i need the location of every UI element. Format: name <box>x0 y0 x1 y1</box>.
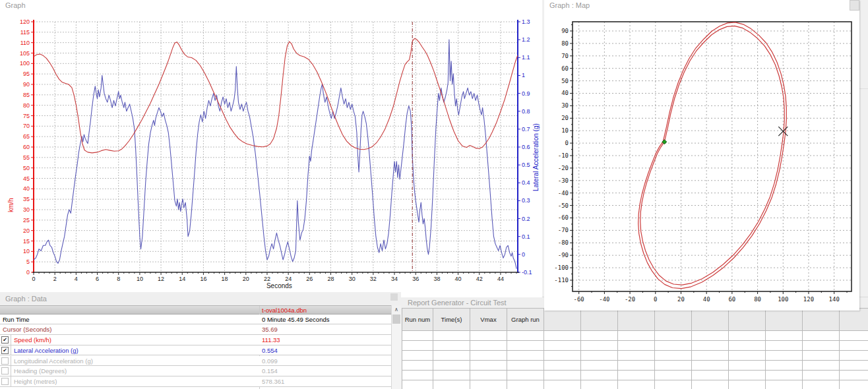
report-cell[interactable] <box>402 380 433 389</box>
report-cell[interactable] <box>618 380 655 389</box>
report-cell[interactable] <box>402 341 433 351</box>
channel-checkbox-checked[interactable]: ✔ <box>1 347 9 354</box>
report-cell[interactable] <box>544 361 581 371</box>
report-cell[interactable] <box>470 361 507 371</box>
report-cell[interactable] <box>692 380 729 389</box>
report-cell[interactable] <box>618 331 655 341</box>
report-cell[interactable] <box>581 331 618 341</box>
report-cell[interactable] <box>581 351 618 361</box>
report-cell[interactable] <box>581 371 618 380</box>
report-cell[interactable] <box>402 351 433 361</box>
report-cell[interactable] <box>766 331 803 341</box>
channel-row[interactable]: Cursor (Seconds)35.69 <box>0 324 391 335</box>
report-cell[interactable] <box>507 341 544 351</box>
svg-text:80: 80 <box>754 296 761 303</box>
report-cell[interactable] <box>402 361 433 371</box>
report-cell[interactable] <box>803 351 840 361</box>
data-table-scrollbar[interactable]: ∧ <box>391 305 401 389</box>
report-cell[interactable] <box>655 351 692 361</box>
report-cell[interactable] <box>729 341 766 351</box>
report-cell[interactable] <box>803 331 840 341</box>
report-cell[interactable] <box>803 380 840 389</box>
report-cell[interactable] <box>544 351 581 361</box>
report-cell[interactable] <box>470 341 507 351</box>
report-cell[interactable] <box>433 341 470 351</box>
report-cell[interactable] <box>507 351 544 361</box>
report-cell[interactable] <box>766 371 803 380</box>
report-cell[interactable] <box>655 331 692 341</box>
channel-checkbox-unchecked[interactable] <box>1 378 9 385</box>
report-cell[interactable] <box>729 380 766 389</box>
report-cell[interactable] <box>729 351 766 361</box>
report-cell[interactable] <box>655 380 692 389</box>
channel-row[interactable]: ✔Speed (km/h)111.33 <box>0 335 391 345</box>
report-cell[interactable] <box>618 351 655 361</box>
channel-checkbox-checked[interactable]: ✔ <box>1 336 9 344</box>
channel-checkbox-unchecked[interactable] <box>1 367 9 374</box>
report-cell[interactable] <box>766 351 803 361</box>
report-cell[interactable] <box>470 380 507 389</box>
report-cell[interactable] <box>581 380 618 389</box>
report-cell[interactable] <box>766 380 803 389</box>
top-right-corner-box[interactable] <box>850 0 859 11</box>
channel-checkbox-unchecked[interactable] <box>1 357 9 365</box>
report-cell[interactable] <box>803 371 840 380</box>
scrollbar-thumb[interactable] <box>392 314 400 324</box>
report-cell[interactable] <box>581 341 618 351</box>
track-map-chart[interactable]: -60-40-200204060801001201409080706050403… <box>544 0 859 311</box>
report-cell[interactable] <box>618 371 655 380</box>
scroll-up-icon[interactable]: ∧ <box>392 305 401 314</box>
report-cell[interactable] <box>766 361 803 371</box>
report-cell[interactable] <box>402 331 433 341</box>
report-cell[interactable] <box>692 371 729 380</box>
report-cell[interactable] <box>729 361 766 371</box>
channel-row[interactable]: Run Time0 Minute 45.49 Seconds <box>0 314 391 325</box>
report-cell[interactable] <box>840 361 868 371</box>
report-cell[interactable] <box>470 351 507 361</box>
report-cell[interactable] <box>729 331 766 341</box>
report-cell[interactable] <box>692 361 729 371</box>
svg-text:0.8: 0.8 <box>522 108 530 115</box>
report-cell[interactable] <box>433 331 470 341</box>
report-cell[interactable] <box>433 380 470 389</box>
report-cell[interactable] <box>544 331 581 341</box>
report-cell[interactable] <box>692 331 729 341</box>
report-cell[interactable] <box>655 361 692 371</box>
report-cell[interactable] <box>507 331 544 341</box>
channel-row[interactable]: ✔Lateral Acceleration (g)0.554 <box>0 345 391 356</box>
report-cell[interactable] <box>507 361 544 371</box>
report-cell[interactable] <box>803 361 840 371</box>
report-cell[interactable] <box>655 341 692 351</box>
report-cell[interactable] <box>840 341 868 351</box>
report-cell[interactable] <box>692 341 729 351</box>
report-cell[interactable] <box>766 341 803 351</box>
channel-row[interactable]: Longitudinal Acceleration (g)0.099 <box>0 356 391 367</box>
report-cell[interactable] <box>507 380 544 389</box>
channel-row[interactable]: Heading (Degrees)0.154 <box>0 366 391 376</box>
report-cell[interactable] <box>581 361 618 371</box>
report-cell[interactable] <box>803 341 840 351</box>
report-cell[interactable] <box>840 371 868 380</box>
report-cell[interactable] <box>470 331 507 341</box>
report-cell[interactable] <box>507 371 544 380</box>
report-cell[interactable] <box>402 371 433 380</box>
report-cell[interactable] <box>618 361 655 371</box>
report-cell[interactable] <box>544 371 581 380</box>
speed-lateral-chart[interactable]: 0510152025303540455055606570758085909510… <box>0 0 542 297</box>
report-cell[interactable] <box>433 371 470 380</box>
report-cell[interactable] <box>433 351 470 361</box>
report-cell[interactable] <box>840 351 868 361</box>
report-cell[interactable] <box>840 331 868 341</box>
report-cell[interactable] <box>544 380 581 389</box>
svg-text:-90: -90 <box>558 252 569 258</box>
report-cell[interactable] <box>692 351 729 361</box>
report-cell[interactable] <box>840 380 868 389</box>
report-cell[interactable] <box>544 341 581 351</box>
channel-row[interactable]: Height (metres)578.361 <box>0 376 391 387</box>
channel-label: Longitudinal Acceleration (g) <box>14 356 93 366</box>
report-cell[interactable] <box>433 361 470 371</box>
report-cell[interactable] <box>655 371 692 380</box>
report-cell[interactable] <box>618 341 655 351</box>
report-cell[interactable] <box>470 371 507 380</box>
report-cell[interactable] <box>729 371 766 380</box>
